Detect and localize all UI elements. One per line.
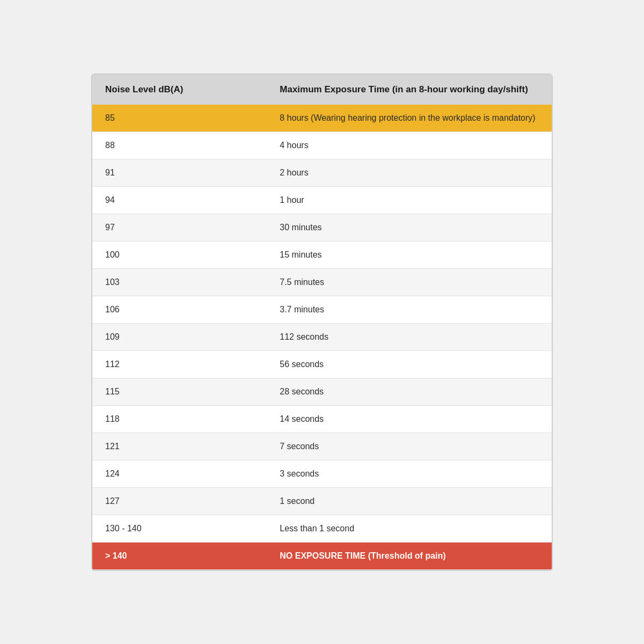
table-row: 109112 seconds bbox=[92, 323, 552, 350]
noise-level-cell: 130 - 140 bbox=[92, 515, 267, 542]
exposure-time-cell: 3.7 minutes bbox=[267, 296, 552, 323]
noise-level-cell: 109 bbox=[92, 323, 267, 350]
exposure-time-cell: 4 hours bbox=[267, 131, 552, 159]
exposure-time-cell: 14 seconds bbox=[267, 405, 552, 433]
exposure-time-cell: NO EXPOSURE TIME (Threshold of pain) bbox=[267, 542, 552, 569]
exposure-time-cell: 3 seconds bbox=[267, 460, 552, 487]
exposure-time-cell: 2 hours bbox=[267, 159, 552, 186]
table-row: 11528 seconds bbox=[92, 378, 552, 405]
table-row: 1037.5 minutes bbox=[92, 268, 552, 296]
table-row: 11814 seconds bbox=[92, 405, 552, 433]
noise-level-cell: 106 bbox=[92, 296, 267, 323]
table-header-row: Noise Level dB(A) Maximum Exposure Time … bbox=[92, 75, 552, 105]
noise-level-cell: 91 bbox=[92, 159, 267, 186]
table-row: 1217 seconds bbox=[92, 433, 552, 460]
header-exposure-time: Maximum Exposure Time (in an 8-hour work… bbox=[267, 75, 552, 105]
noise-level-cell: 94 bbox=[92, 186, 267, 214]
exposure-time-cell: Less than 1 second bbox=[267, 515, 552, 542]
table-row: 884 hours bbox=[92, 131, 552, 159]
table-row: 941 hour bbox=[92, 186, 552, 214]
noise-level-cell: 115 bbox=[92, 378, 267, 405]
table-row: 10015 minutes bbox=[92, 241, 552, 268]
exposure-time-cell: 56 seconds bbox=[267, 350, 552, 378]
noise-level-cell: 103 bbox=[92, 268, 267, 296]
table-row: 858 hours (Wearing hearing protection in… bbox=[92, 105, 552, 132]
noise-level-cell: 97 bbox=[92, 214, 267, 241]
noise-level-cell: 85 bbox=[92, 105, 267, 132]
header-noise-level: Noise Level dB(A) bbox=[92, 75, 267, 105]
noise-level-cell: 100 bbox=[92, 241, 267, 268]
table-row: > 140NO EXPOSURE TIME (Threshold of pain… bbox=[92, 542, 552, 569]
exposure-time-cell: 1 second bbox=[267, 487, 552, 515]
table-row: 1243 seconds bbox=[92, 460, 552, 487]
table-row: 1063.7 minutes bbox=[92, 296, 552, 323]
noise-exposure-table: Noise Level dB(A) Maximum Exposure Time … bbox=[91, 74, 553, 571]
exposure-time-cell: 7.5 minutes bbox=[267, 268, 552, 296]
noise-level-cell: 127 bbox=[92, 487, 267, 515]
table-row: 11256 seconds bbox=[92, 350, 552, 378]
table-row: 912 hours bbox=[92, 159, 552, 186]
noise-level-cell: 124 bbox=[92, 460, 267, 487]
noise-level-cell: 112 bbox=[92, 350, 267, 378]
noise-level-cell: 118 bbox=[92, 405, 267, 433]
exposure-time-cell: 28 seconds bbox=[267, 378, 552, 405]
table-row: 1271 second bbox=[92, 487, 552, 515]
noise-level-cell: 121 bbox=[92, 433, 267, 460]
noise-level-cell: 88 bbox=[92, 131, 267, 159]
exposure-time-cell: 8 hours (Wearing hearing protection in t… bbox=[267, 105, 552, 132]
exposure-time-cell: 1 hour bbox=[267, 186, 552, 214]
exposure-time-cell: 15 minutes bbox=[267, 241, 552, 268]
exposure-time-cell: 112 seconds bbox=[267, 323, 552, 350]
exposure-time-cell: 30 minutes bbox=[267, 214, 552, 241]
noise-level-cell: > 140 bbox=[92, 542, 267, 569]
table-row: 130 - 140Less than 1 second bbox=[92, 515, 552, 542]
table-row: 9730 minutes bbox=[92, 214, 552, 241]
exposure-time-cell: 7 seconds bbox=[267, 433, 552, 460]
